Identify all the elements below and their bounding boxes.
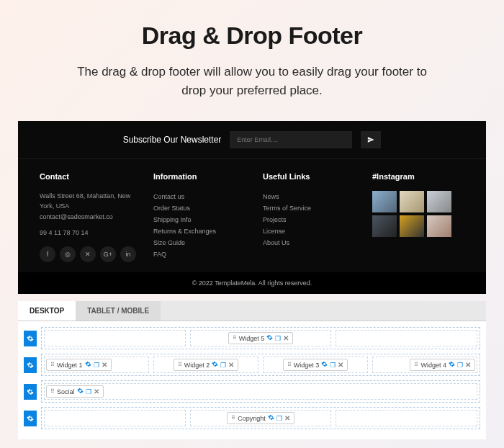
useful-item[interactable]: Projects [263, 214, 355, 225]
close-icon[interactable]: ✕ [228, 361, 234, 369]
widget-label: Widget 2 [184, 362, 210, 369]
row-settings-button[interactable] [24, 357, 37, 373]
builder-cell[interactable]: ⠿ Social ❐ ✕ [44, 383, 477, 400]
drag-handle-icon[interactable]: ⠿ [233, 335, 237, 341]
duplicate-icon[interactable]: ❐ [457, 362, 463, 369]
gear-icon[interactable] [268, 414, 274, 422]
information-item[interactable]: Contact us [153, 191, 246, 202]
instagram-thumb[interactable] [372, 215, 397, 237]
duplicate-icon[interactable]: ❐ [86, 388, 91, 395]
builder-cell[interactable]: ⠿ Widget 1 ❐ ✕ [44, 357, 149, 373]
footer-preview: Subscribe Our Newsletter Contact Walls S… [18, 121, 486, 294]
close-icon[interactable]: ✕ [102, 361, 107, 369]
instagram-icon[interactable]: ◎ [60, 246, 76, 262]
useful-item[interactable]: News [263, 191, 355, 202]
widget-chip[interactable]: ⠿ Copyright ❐ ✕ [227, 412, 294, 424]
twitter-icon[interactable]: ✕ [80, 246, 96, 262]
builder-row: ⠿ Widget 1 ❐ ✕⠿ Widget 2 ❐ ✕⠿ Widget 3 ❐… [24, 354, 480, 376]
newsletter-submit-button[interactable] [361, 131, 381, 148]
row-content[interactable]: ⠿ Copyright ❐ ✕ [41, 407, 480, 429]
instagram-thumb[interactable] [400, 215, 424, 237]
builder-row: ⠿ Copyright ❐ ✕ [24, 407, 480, 429]
builder-cell[interactable] [44, 410, 186, 426]
builder-cell[interactable]: ⠿ Widget 3 ❐ ✕ [263, 357, 368, 373]
gear-icon[interactable] [77, 387, 84, 395]
builder-cell[interactable]: ⠿ Copyright ❐ ✕ [190, 410, 332, 426]
duplicate-icon[interactable]: ❐ [220, 362, 226, 369]
contact-address: Walls Street 68, Mahattan, New York, USA… [40, 191, 136, 222]
widget-chip[interactable]: ⠿ Widget 3 ❐ ✕ [283, 359, 348, 371]
newsletter-email-input[interactable] [230, 131, 352, 148]
information-item[interactable]: Size Guide [153, 237, 246, 248]
builder-row: ⠿ Widget 5 ❐ ✕ [24, 327, 480, 349]
drag-handle-icon[interactable]: ⠿ [287, 362, 292, 368]
close-icon[interactable]: ✕ [283, 334, 289, 342]
row-content[interactable]: ⠿ Widget 1 ❐ ✕⠿ Widget 2 ❐ ✕⠿ Widget 3 ❐… [41, 354, 480, 376]
gear-icon[interactable] [266, 334, 273, 342]
widget-label: Widget 3 [294, 362, 320, 369]
close-icon[interactable]: ✕ [465, 361, 471, 369]
useful-item[interactable]: Terms of Service [263, 202, 355, 214]
useful-item[interactable]: About Us [263, 237, 355, 248]
widget-chip[interactable]: ⠿ Widget 2 ❐ ✕ [174, 359, 239, 371]
row-settings-button[interactable] [24, 384, 37, 400]
googleplus-icon[interactable]: G+ [100, 246, 116, 262]
social-icons: f ◎ ✕ G+ in [40, 246, 136, 262]
linkedin-icon[interactable]: in [120, 246, 136, 262]
footer-builder: DESKTOPTABLET / MOBILE ⠿ Widget 5 ❐ ✕⠿ W… [18, 301, 486, 439]
footer-col-useful: Useful Links NewsTerms of ServiceProject… [263, 172, 355, 262]
row-content[interactable]: ⠿ Widget 5 ❐ ✕ [41, 327, 480, 349]
builder-cell[interactable] [44, 330, 186, 346]
widget-chip[interactable]: ⠿ Widget 1 ❐ ✕ [46, 359, 112, 371]
drag-handle-icon[interactable]: ⠿ [231, 415, 235, 421]
widget-chip[interactable]: ⠿ Social ❐ ✕ [46, 385, 104, 398]
drag-handle-icon[interactable]: ⠿ [414, 362, 418, 368]
information-item[interactable]: Order Status [153, 202, 246, 214]
close-icon[interactable]: ✕ [94, 387, 99, 395]
close-icon[interactable]: ✕ [284, 414, 290, 422]
drag-handle-icon[interactable]: ⠿ [178, 362, 182, 368]
duplicate-icon[interactable]: ❐ [330, 362, 336, 369]
gear-icon[interactable] [321, 361, 328, 369]
tab-desktop[interactable]: DESKTOP [18, 301, 76, 321]
information-title: Information [153, 172, 246, 181]
footer-copyright: © 2022 TemplateMela. All rights reserved… [18, 272, 486, 294]
widget-chip[interactable]: ⠿ Widget 4 ❐ ✕ [410, 359, 475, 371]
builder-cell[interactable]: ⠿ Widget 4 ❐ ✕ [372, 357, 477, 373]
builder-cell[interactable] [336, 410, 477, 426]
instagram-thumb[interactable] [427, 191, 451, 212]
information-item[interactable]: Shipping Info [153, 214, 246, 225]
widget-label: Social [57, 388, 75, 395]
send-icon [367, 136, 374, 143]
gear-icon[interactable] [449, 361, 455, 369]
builder-tabs: DESKTOPTABLET / MOBILE [18, 301, 486, 321]
information-item[interactable]: Returns & Exchanges [153, 225, 246, 237]
widget-chip[interactable]: ⠿ Widget 5 ❐ ✕ [228, 332, 294, 344]
gear-icon[interactable] [212, 361, 218, 369]
drag-handle-icon[interactable]: ⠿ [50, 362, 55, 368]
gear-icon[interactable] [85, 361, 91, 369]
instagram-thumb[interactable] [372, 191, 397, 212]
information-item[interactable]: FAQ [153, 248, 246, 260]
instagram-thumb[interactable] [400, 191, 424, 212]
row-content[interactable]: ⠿ Social ❐ ✕ [41, 380, 480, 403]
row-settings-button[interactable] [24, 411, 37, 426]
footer-col-instagram: #Instagram [372, 172, 464, 262]
duplicate-icon[interactable]: ❐ [275, 335, 281, 342]
footer-col-information: Information Contact usOrder StatusShippi… [153, 172, 246, 262]
instagram-grid [372, 191, 451, 237]
duplicate-icon[interactable]: ❐ [276, 415, 282, 422]
drag-handle-icon[interactable]: ⠿ [50, 388, 55, 395]
tab-tablet-mobile[interactable]: TABLET / MOBILE [76, 301, 161, 321]
builder-row: ⠿ Social ❐ ✕ [24, 380, 480, 403]
instagram-thumb[interactable] [427, 215, 451, 237]
footer-col-contact: Contact Walls Street 68, Mahattan, New Y… [40, 172, 136, 262]
duplicate-icon[interactable]: ❐ [94, 362, 99, 369]
builder-cell[interactable]: ⠿ Widget 2 ❐ ✕ [153, 357, 258, 373]
builder-cell[interactable] [336, 330, 477, 346]
row-settings-button[interactable] [24, 331, 37, 346]
builder-cell[interactable]: ⠿ Widget 5 ❐ ✕ [190, 330, 332, 346]
facebook-icon[interactable]: f [40, 246, 55, 262]
useful-item[interactable]: License [263, 225, 355, 237]
close-icon[interactable]: ✕ [338, 361, 343, 369]
